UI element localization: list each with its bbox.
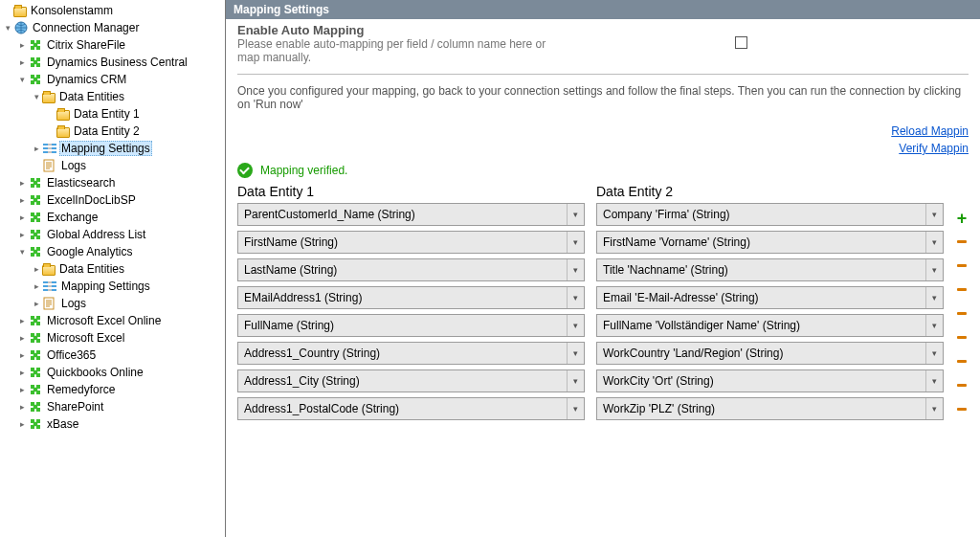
chevron-down-icon: ▾ xyxy=(567,315,584,336)
chevron-down-icon: ▾ xyxy=(925,204,943,225)
tree-item-mse[interactable]: ▸Microsoft Excel xyxy=(16,329,225,347)
tree-item-qbo[interactable]: ▸Quickbooks Online xyxy=(16,364,225,381)
field-dropdown[interactable]: Address1_Country (String)▾ xyxy=(237,342,585,365)
col2-header: Data Entity 2 xyxy=(596,184,944,199)
auto-mapping-title: Enable Auto Mapping xyxy=(237,23,563,37)
field-dropdown[interactable]: LastName (String)▾ xyxy=(237,258,585,281)
tree-item-citrix[interactable]: ▸Citrix ShareFile xyxy=(16,36,225,54)
remove-row-button[interactable] xyxy=(957,384,967,387)
chevron-down-icon: ▾ xyxy=(925,315,943,336)
svg-rect-13 xyxy=(52,289,56,291)
field-dropdown[interactable]: Email 'E-Mail-Adresse' (String)▾ xyxy=(596,286,944,309)
tree-item-gal[interactable]: ▸Global Address List xyxy=(16,226,225,243)
puzzle-icon xyxy=(28,192,43,208)
puzzle-icon xyxy=(28,244,43,259)
remove-row-button[interactable] xyxy=(957,312,967,315)
field-dropdown[interactable]: WorkZip 'PLZ' (String)▾ xyxy=(596,397,944,420)
reload-mapping-link[interactable]: Reload Mappin xyxy=(237,123,969,140)
tree-item-data-entities[interactable]: ▾Data Entities xyxy=(31,88,225,105)
field-dropdown[interactable]: FirstName (String)▾ xyxy=(237,231,585,254)
puzzle-icon xyxy=(28,365,43,380)
field-dropdown[interactable]: FirstName 'Vorname' (String)▾ xyxy=(596,231,944,254)
svg-rect-8 xyxy=(43,281,48,283)
auto-mapping-desc: Please enable auto-mapping per field / c… xyxy=(237,37,563,64)
tree-item-o365[interactable]: ▸Office365 xyxy=(16,347,225,364)
tree-item-ga[interactable]: ▾Google Analytics xyxy=(16,243,225,260)
field-dropdown[interactable]: FullName 'Vollständiger Name' (String)▾ xyxy=(596,314,944,337)
chevron-down-icon: ▾ xyxy=(567,259,584,280)
puzzle-icon xyxy=(28,37,43,53)
remove-row-button[interactable] xyxy=(957,336,967,339)
chevron-down-icon: ▾ xyxy=(925,232,943,253)
field-dropdown[interactable]: ParentCustomerId_Name (String)▾ xyxy=(237,203,585,226)
tree-item-mso[interactable]: ▸Microsoft Excel Online xyxy=(16,312,225,329)
tree-label: Konsolenstamm xyxy=(29,3,115,18)
verified-status: Mapping verified. xyxy=(237,163,969,178)
field-dropdown[interactable]: Address1_PostalCode (String)▾ xyxy=(237,397,585,420)
folder-icon xyxy=(42,93,56,103)
svg-rect-4 xyxy=(52,144,56,145)
svg-rect-5 xyxy=(52,147,56,149)
remove-row-button[interactable] xyxy=(957,360,967,363)
mapping-column-1: Data Entity 1 ParentCustomerId_Name (Str… xyxy=(237,184,585,425)
tree-item-logs[interactable]: ▸Logs xyxy=(31,157,225,174)
mapping-icon xyxy=(42,141,57,156)
field-dropdown[interactable]: WorkCountry 'Land/Region' (String)▾ xyxy=(596,342,944,365)
remove-row-button[interactable] xyxy=(957,408,967,411)
tree-root[interactable]: ▸ Konsolenstamm xyxy=(2,2,225,19)
row-actions: + xyxy=(955,184,969,425)
tree-item-ga-de[interactable]: ▸Data Entities xyxy=(31,260,225,278)
tree-item-rf[interactable]: ▸Remedyforce xyxy=(16,381,225,398)
chevron-down-icon: ▾ xyxy=(925,370,943,392)
chevron-down-icon: ▾ xyxy=(567,398,584,419)
field-dropdown[interactable]: Address1_City (String)▾ xyxy=(237,369,585,392)
mapping-icon xyxy=(42,279,57,294)
mapping-column-2: Data Entity 2 Company 'Firma' (String)▾F… xyxy=(596,184,944,425)
field-dropdown[interactable]: FullName (String)▾ xyxy=(237,314,585,337)
svg-rect-10 xyxy=(43,289,48,291)
chevron-down-icon: ▾ xyxy=(925,259,943,280)
tree-item-de1[interactable]: ▸Data Entity 1 xyxy=(45,105,225,123)
field-dropdown[interactable]: EMailAddress1 (String)▾ xyxy=(237,286,585,309)
tree-item-elastic[interactable]: ▸Elasticsearch xyxy=(16,174,225,191)
field-dropdown[interactable]: WorkCity 'Ort' (String)▾ xyxy=(596,369,944,392)
tree-item-dbc[interactable]: ▸Dynamics Business Central xyxy=(16,54,225,71)
instructions-text: Once you configured your mapping, go bac… xyxy=(237,84,969,111)
tree-item-sp[interactable]: ▸SharePoint xyxy=(16,398,225,415)
puzzle-icon xyxy=(28,416,43,432)
chevron-down-icon: ▾ xyxy=(567,287,584,308)
puzzle-icon xyxy=(28,382,43,397)
puzzle-icon xyxy=(28,72,43,87)
tree-item-ga-ms[interactable]: ▸Mapping Settings xyxy=(31,278,225,295)
tree-item-exceldoclib[interactable]: ▸ExcelInDocLibSP xyxy=(16,191,225,209)
field-dropdown[interactable]: Title 'Nachname' (String)▾ xyxy=(596,258,944,281)
remove-row-button[interactable] xyxy=(957,240,967,243)
globe-icon xyxy=(13,20,29,35)
tree-item-xb[interactable]: ▸xBase xyxy=(16,415,225,433)
chevron-down-icon: ▾ xyxy=(925,398,943,419)
add-row-button[interactable]: + xyxy=(955,207,969,230)
remove-row-button[interactable] xyxy=(957,264,967,267)
main-panel: Mapping Settings Enable Auto Mapping Ple… xyxy=(225,0,980,537)
tree-label: Connection Manager xyxy=(31,20,141,35)
field-dropdown[interactable]: Company 'Firma' (String)▾ xyxy=(596,203,944,226)
expand-icon[interactable]: ▾ xyxy=(2,24,13,33)
tree-item-dcrm[interactable]: ▾Dynamics CRM xyxy=(16,71,225,88)
svg-rect-6 xyxy=(52,151,56,153)
auto-mapping-checkbox[interactable] xyxy=(735,36,747,49)
puzzle-icon xyxy=(28,347,43,363)
verify-mapping-link[interactable]: Verify Mappin xyxy=(237,140,969,157)
remove-row-button[interactable] xyxy=(957,288,967,291)
tree-item-exchange[interactable]: ▸Exchange xyxy=(16,209,225,226)
puzzle-icon xyxy=(28,210,43,225)
tree-item-mapping-settings[interactable]: ▸Mapping Settings xyxy=(31,140,225,157)
svg-rect-3 xyxy=(43,151,48,153)
svg-rect-11 xyxy=(52,281,56,283)
tree-item-de2[interactable]: ▸Data Entity 2 xyxy=(45,123,225,140)
nav-tree: ▸ Konsolenstamm ▾ Connection Manager ▸Ci… xyxy=(0,0,225,537)
folder-icon xyxy=(56,127,70,138)
tree-item-ga-logs[interactable]: ▸Logs xyxy=(31,295,225,312)
svg-rect-2 xyxy=(43,147,48,149)
tree-connection-manager[interactable]: ▾ Connection Manager xyxy=(2,19,225,36)
puzzle-icon xyxy=(28,227,43,242)
